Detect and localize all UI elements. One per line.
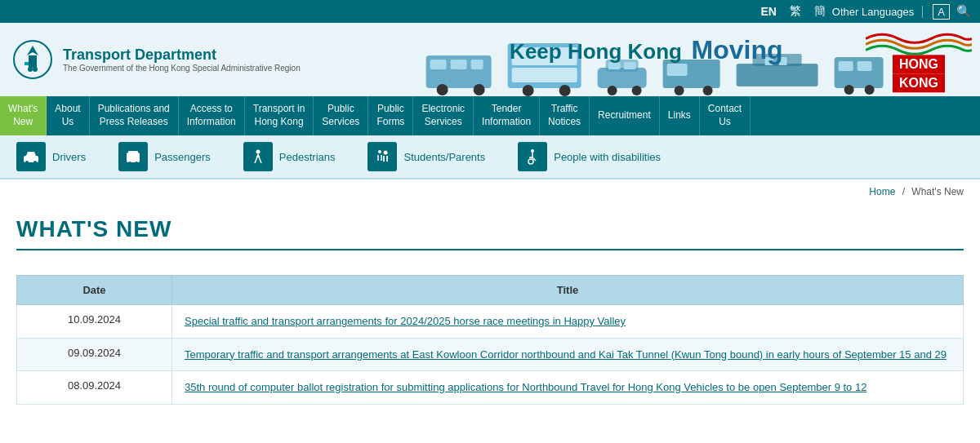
news-content-area: Date Title 10.09.2024Special traffic and… <box>0 267 980 421</box>
quicklink-students[interactable]: Students/Parents <box>368 142 485 171</box>
nav-links[interactable]: Links <box>660 96 700 135</box>
breadcrumb: Home / What's New <box>0 179 980 204</box>
family-svg <box>373 148 391 166</box>
svg-point-13 <box>559 85 570 96</box>
news-title: Temporary traffic and transport arrangem… <box>172 338 964 371</box>
logo-text: Transport Department The Government of t… <box>63 47 301 73</box>
svg-point-43 <box>531 149 534 153</box>
svg-point-44 <box>528 159 533 164</box>
main-navigation: What'sNew AboutUs Publications andPress … <box>0 96 980 135</box>
svg-point-22 <box>674 86 684 95</box>
svg-rect-11 <box>511 68 577 82</box>
news-date: 10.09.2024 <box>17 305 172 339</box>
table-header-title: Title <box>172 276 964 305</box>
nav-recruitment[interactable]: Recruitment <box>590 96 660 135</box>
wheelchair-svg <box>523 148 541 166</box>
transport-dept-logo-icon <box>12 39 53 80</box>
news-link[interactable]: Special traffic and transport arrangemen… <box>185 315 626 327</box>
svg-rect-21 <box>666 64 687 76</box>
svg-point-31 <box>844 85 853 95</box>
nav-publications[interactable]: Publications andPress Releases <box>90 96 179 135</box>
lang-sc[interactable]: 簡 <box>814 4 826 19</box>
svg-rect-4 <box>430 60 446 69</box>
drivers-icon <box>16 142 46 171</box>
nav-public-services[interactable]: PublicServices <box>314 96 368 135</box>
quicklink-drivers-label: Drivers <box>52 151 86 163</box>
top-bar: EN 繁 簡 Other Languages A 🔍 <box>0 0 980 23</box>
svg-point-19 <box>631 86 641 95</box>
quicklink-passengers[interactable]: Passengers <box>118 142 211 171</box>
page-title: WHAT'S NEW <box>16 216 964 250</box>
banner-moving: Moving <box>692 35 783 64</box>
lang-en[interactable]: EN <box>760 5 776 18</box>
nav-whats-new[interactable]: What'sNew <box>0 96 47 135</box>
nav-electronic[interactable]: ElectronicServices <box>413 96 474 135</box>
pedestrians-icon <box>243 142 273 171</box>
table-row: 08.09.202435th round of computer ballot … <box>17 371 964 405</box>
nav-access[interactable]: Access toInformation <box>179 96 245 135</box>
nav-contact[interactable]: ContactUs <box>700 96 751 135</box>
breadcrumb-home[interactable]: Home <box>869 186 895 197</box>
quicklink-students-label: Students/Parents <box>403 151 485 163</box>
car-svg <box>22 148 40 166</box>
dept-subtext: The Government of the Hong Kong Special … <box>63 64 301 73</box>
quicklink-disabilities-label: People with disabilities <box>554 151 661 163</box>
search-icon[interactable]: 🔍 <box>956 4 972 19</box>
hk-logo-text: HONG <box>893 55 945 73</box>
svg-point-1 <box>28 67 33 72</box>
news-link[interactable]: 35th round of computer ballot registrati… <box>185 381 866 393</box>
nav-traffic[interactable]: TrafficNotices <box>540 96 590 135</box>
hk-brand-logo: HONG KONG <box>866 26 972 92</box>
svg-point-23 <box>702 86 712 95</box>
quicklink-drivers[interactable]: Drivers <box>16 142 86 171</box>
passengers-icon <box>118 142 148 171</box>
logo-area: Transport Department The Government of t… <box>0 31 313 88</box>
svg-point-34 <box>25 161 29 164</box>
disabilities-icon <box>518 142 547 171</box>
news-table: Date Title 10.09.2024Special traffic and… <box>16 275 964 405</box>
nav-transport[interactable]: Transport inHong Kong <box>245 96 314 135</box>
svg-point-38 <box>128 162 131 165</box>
nav-tender[interactable]: TenderInformation <box>474 96 540 135</box>
header: Transport Department The Government of t… <box>0 23 980 96</box>
svg-point-2 <box>33 67 38 72</box>
table-row: 10.09.2024Special traffic and transport … <box>17 305 964 339</box>
news-date: 08.09.2024 <box>17 371 172 405</box>
svg-point-42 <box>384 151 388 155</box>
quick-links-bar: Drivers Passengers Pedestrians <box>0 135 980 179</box>
font-size-icon[interactable]: A <box>933 4 950 20</box>
banner-text: Keep Hong Kong Moving <box>510 35 782 65</box>
table-header-date: Date <box>17 276 172 305</box>
dept-name: Transport Department <box>63 47 301 64</box>
table-row: 09.09.2024Temporary traffic and transpor… <box>17 338 964 371</box>
news-link[interactable]: Temporary traffic and transport arrangem… <box>185 348 947 361</box>
breadcrumb-current: What's New <box>911 186 964 197</box>
svg-point-18 <box>607 86 617 95</box>
svg-rect-37 <box>128 151 138 156</box>
quicklink-disabilities[interactable]: People with disabilities <box>518 142 661 171</box>
other-languages-link[interactable]: Other Languages <box>832 6 923 18</box>
news-title: Special traffic and transport arrangemen… <box>172 305 964 339</box>
svg-point-12 <box>522 85 533 96</box>
svg-rect-5 <box>450 60 466 69</box>
hk-wave-icon <box>866 26 972 55</box>
news-title: 35th round of computer ballot registrati… <box>172 371 964 405</box>
quicklink-passengers-label: Passengers <box>154 151 211 163</box>
page-title-section: WHAT'S NEW <box>0 204 980 267</box>
svg-point-8 <box>473 84 484 95</box>
svg-point-40 <box>256 150 260 154</box>
nav-about[interactable]: AboutUs <box>47 96 89 135</box>
svg-rect-29 <box>838 61 853 71</box>
svg-point-39 <box>135 162 138 165</box>
bus-svg <box>124 148 142 166</box>
news-date: 09.09.2024 <box>17 338 172 371</box>
quicklink-pedestrians[interactable]: Pedestrians <box>243 142 336 171</box>
breadcrumb-separator: / <box>902 186 905 197</box>
hk-logo-text2: KONG <box>893 74 945 93</box>
svg-rect-6 <box>470 60 483 69</box>
students-icon <box>368 142 397 171</box>
nav-public-forms[interactable]: PublicForms <box>368 96 413 135</box>
svg-point-35 <box>33 161 37 164</box>
lang-tc[interactable]: 繁 <box>790 4 801 19</box>
pedestrian-svg <box>249 148 267 166</box>
